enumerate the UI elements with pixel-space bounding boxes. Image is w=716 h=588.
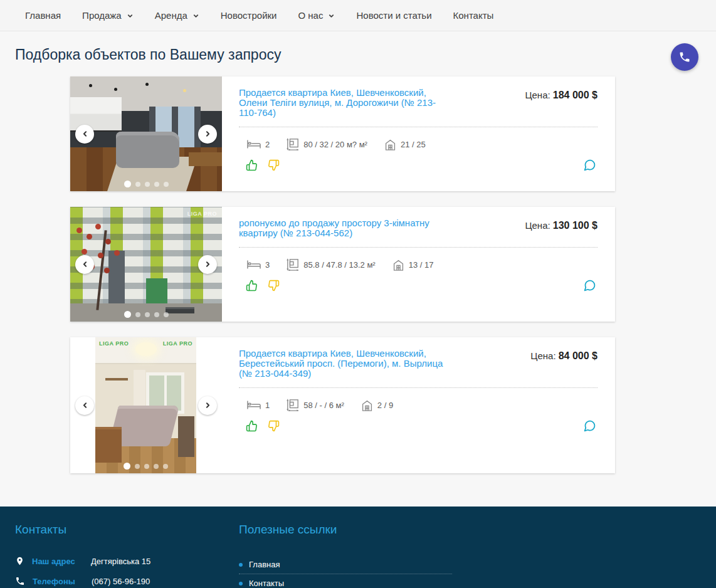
- chevron-right-icon: [204, 260, 212, 268]
- nav-item-newbuildings[interactable]: Новостройки: [221, 10, 277, 21]
- rooms-value: 3: [265, 260, 270, 270]
- phone-icon: [678, 51, 691, 63]
- footer-link-contacts[interactable]: Контакты: [239, 574, 452, 588]
- carousel-dot[interactable]: [124, 463, 130, 470]
- carousel-dot[interactable]: [145, 312, 150, 317]
- carousel-dot[interactable]: [124, 181, 131, 187]
- chevron-right-icon: [204, 401, 212, 409]
- comment-icon: [583, 159, 596, 172]
- floor-value: 13 / 17: [409, 260, 434, 270]
- listings: Продается квартира Киев, Шевченковский, …: [70, 76, 615, 473]
- bullet-icon: [239, 582, 243, 585]
- thumbs-up-button[interactable]: [246, 420, 258, 432]
- carousel-dot[interactable]: [135, 464, 140, 469]
- thumbs-down-icon: [268, 159, 280, 171]
- divider: [239, 387, 598, 388]
- chevron-down-icon: [192, 13, 199, 19]
- footer-phones-label[interactable]: Телефоны: [33, 577, 84, 586]
- carousel-prev-button[interactable]: [75, 255, 94, 274]
- listing-features: 3 85.8 / 47.8 / 13.2 м² 13 / 17: [239, 258, 598, 271]
- listing-card: LIGA PRO LIGA PRO Продается квартира Кие…: [70, 337, 615, 473]
- footer-address-value: Дегтярівська 15: [91, 557, 150, 566]
- main-nav: Главная Продажа Аренда Новостройки О нас…: [0, 0, 716, 31]
- listing-title-link[interactable]: Продается квартира Киев, Шевченковский, …: [239, 349, 452, 379]
- call-button[interactable]: [671, 43, 698, 71]
- chevron-left-icon: [81, 401, 89, 409]
- carousel-dot[interactable]: [135, 182, 140, 187]
- page-header: Подборка объектов по Вашему запросу: [0, 31, 716, 76]
- thumbs-up-button[interactable]: [246, 159, 258, 171]
- carousel-dot[interactable]: [164, 182, 169, 187]
- carousel-dot[interactable]: [135, 312, 140, 317]
- carousel-dot[interactable]: [145, 182, 150, 187]
- comment-icon: [583, 279, 596, 292]
- nav-item-sale[interactable]: Продажа: [82, 10, 134, 21]
- carousel-next-button[interactable]: [198, 255, 217, 274]
- carousel-dot[interactable]: [154, 182, 159, 187]
- listing-price: Цена: 84 000 $: [530, 349, 598, 379]
- carousel-dot[interactable]: [124, 311, 131, 318]
- floor-value: 2 / 9: [377, 401, 393, 410]
- carousel-next-button[interactable]: [198, 125, 217, 144]
- nav-item-rent[interactable]: Аренда: [155, 10, 199, 21]
- listing-title-link[interactable]: Продается квартира Киев, Шевченковский, …: [239, 88, 452, 118]
- thumbs-down-button[interactable]: [268, 159, 280, 171]
- listing-title-link[interactable]: ропонуємо до продажу простору 3-кімнатну…: [239, 218, 452, 238]
- chevron-down-icon: [328, 13, 335, 19]
- carousel-dot[interactable]: [154, 464, 159, 469]
- comment-icon: [583, 419, 596, 433]
- nav-item-news[interactable]: Новости и статьи: [356, 10, 431, 21]
- footer-address-label[interactable]: Наш адрес: [32, 557, 83, 566]
- floor-feature: 2 / 9: [361, 399, 393, 411]
- carousel-dot[interactable]: [154, 312, 159, 317]
- footer-links-heading: Полезные ссылки: [239, 523, 452, 537]
- building-icon: [392, 259, 404, 271]
- building-icon: [384, 139, 396, 150]
- carousel-dots: [70, 181, 222, 187]
- footer: Контакты Наш адрес Дегтярівська 15 Телеф…: [0, 507, 716, 588]
- listing-actions: [239, 279, 598, 292]
- price-value: 130 100 $: [553, 220, 598, 231]
- area-feature: 80 / 32 / 20 м? м²: [287, 138, 367, 150]
- carousel-dots: [70, 311, 222, 318]
- floor-feature: 13 / 17: [392, 259, 434, 271]
- nav-item-home[interactable]: Главная: [25, 10, 61, 21]
- footer-link-home[interactable]: Главная: [239, 555, 452, 574]
- carousel-dot[interactable]: [144, 464, 149, 469]
- area-icon: [287, 399, 299, 411]
- area-icon: [287, 138, 299, 150]
- thumbs-up-button[interactable]: [246, 280, 258, 291]
- divider: [239, 247, 598, 248]
- thumbs-down-icon: [268, 280, 280, 291]
- area-value: 58 / - / 6 м²: [303, 401, 344, 410]
- floor-value: 21 / 25: [401, 140, 426, 149]
- carousel-prev-button[interactable]: [75, 125, 94, 144]
- thumbs-down-button[interactable]: [268, 280, 280, 291]
- thumbs-down-button[interactable]: [268, 420, 280, 432]
- comment-button[interactable]: [583, 419, 596, 433]
- rooms-value: 2: [265, 140, 270, 149]
- carousel-dot[interactable]: [163, 464, 168, 469]
- carousel-dot[interactable]: [164, 312, 169, 317]
- listing-photo[interactable]: LIGA PRO LIGA PRO: [95, 337, 196, 473]
- comment-button[interactable]: [583, 159, 596, 172]
- carousel-prev-button[interactable]: [75, 396, 94, 415]
- listing-card: LIGA PRO ропонуємо до продажу простору 3…: [70, 207, 615, 322]
- price-value: 84 000 $: [559, 350, 598, 361]
- location-pin-icon: [15, 555, 24, 567]
- footer-phones-row: Телефоны (067) 56-96-190: [15, 576, 239, 586]
- floor-feature: 21 / 25: [384, 139, 426, 150]
- price-value: 184 000 $: [553, 90, 598, 100]
- chevron-down-icon: [127, 13, 134, 19]
- area-value: 80 / 32 / 20 м? м²: [303, 140, 367, 149]
- thumbs-down-icon: [268, 420, 280, 432]
- nav-item-about[interactable]: О нас: [298, 10, 335, 21]
- comment-button[interactable]: [583, 279, 596, 292]
- area-feature: 85.8 / 47.8 / 13.2 м²: [287, 258, 375, 271]
- carousel-next-button[interactable]: [198, 396, 217, 415]
- area-value: 85.8 / 47.8 / 13.2 м²: [303, 260, 375, 270]
- area-icon: [287, 258, 299, 271]
- bullet-icon: [239, 563, 243, 567]
- nav-item-contacts[interactable]: Контакты: [453, 10, 494, 21]
- listing-actions: [239, 159, 598, 172]
